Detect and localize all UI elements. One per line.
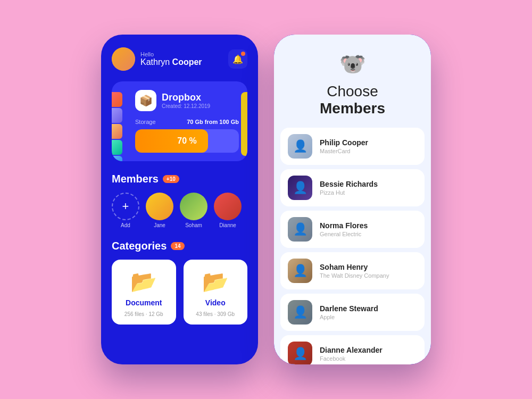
list-item-soham[interactable]: 👤 Soham Henry The Walt Disney Company [280,252,425,289]
category-video[interactable]: 📂 Video 43 files · 309 Gb [184,260,248,325]
dropbox-name: Dropbox [162,92,210,103]
members-badge: +10 [163,175,179,183]
member-name-dianne: Dianne [219,222,236,228]
member-avatar-dianne [214,193,242,220]
members-header: Members +10 [112,173,247,185]
add-member-button[interactable]: + [112,193,139,220]
member-avatar-soham [180,193,207,220]
card-avatar-1 [112,92,122,107]
avatar-darlene: 👤 [288,300,312,325]
member-avatar-jane [146,193,173,220]
dropbox-created: Created: 12.12.2019 [162,103,210,109]
avatar-bessie: 👤 [288,176,312,200]
avatar-philip: 👤 [288,134,312,159]
koala-icon: 🐨 [339,52,366,77]
info-darlene: Darlene Steward Apple [320,304,378,320]
name-darlene: Darlene Steward [320,304,378,313]
members-title: Members [112,173,159,185]
header-left: Hello Kathryn Cooper [112,47,202,71]
name-bessie: Bessie Richards [320,180,378,188]
categories-section: Categories 14 📂 Document 256 files · 12 … [112,240,247,325]
name-norma: Norma Flores [320,221,368,230]
list-item-dianne[interactable]: 👤 Dianne Alexander Facebook [280,335,425,364]
list-item-philip[interactable]: 👤 Philip Cooper MasterCard [280,128,425,165]
user-name-label: Kathryn Cooper [140,57,202,67]
document-folder-icon: 📂 [130,269,157,294]
company-darlene: Apple [320,314,378,320]
video-name: Video [205,298,226,307]
card-avatar-5 [112,156,122,161]
choose-members-list: 👤 Philip Cooper MasterCard 👤 Bessie Rich… [274,128,431,364]
list-item-darlene[interactable]: 👤 Darlene Steward Apple [280,294,425,331]
company-soham: The Walt Disney Company [320,272,389,279]
phone-right-inner: 🐨 Choose Members 👤 Philip Cooper MasterC… [274,35,431,364]
members-row: + Add Jane Soham Dianne Diane [112,193,247,228]
header: Hello Kathryn Cooper 🔔 [112,47,247,71]
choose-title: Choose Members [320,83,385,117]
company-bessie: Pizza Hut [320,189,378,196]
storage-label-row: Storage 70 Gb from 100 Gb [135,119,239,125]
phone-right: 🐨 Choose Members 👤 Philip Cooper MasterC… [274,35,431,364]
dropbox-card[interactable]: 24 📦 Dropbox Created: 12.12.2019 Storage… [112,81,247,161]
notification-dot [241,52,245,56]
categories-header: Categories 14 [112,240,247,252]
dropbox-info: Dropbox Created: 12.12.2019 [162,92,210,109]
phone-left: Hello Kathryn Cooper 🔔 [101,35,258,364]
avatar-dianne: 👤 [288,342,312,364]
dropbox-logo: 📦 [135,90,156,111]
phones-container: Hello Kathryn Cooper 🔔 [101,35,431,364]
info-norma: Norma Flores General Electric [320,221,368,237]
card-avatars: 24 [112,92,122,161]
name-philip: Philip Cooper [320,138,368,147]
list-item-norma[interactable]: 👤 Norma Flores General Electric [280,211,425,248]
progress-bar: 70 % [135,129,239,153]
storage-label: Storage [135,119,156,125]
categories-row: 📂 Document 256 files · 12 Gb 📂 Video 43 … [112,260,247,325]
info-dianne: Dianne Alexander Facebook [320,346,383,362]
dropbox-header: 📦 Dropbox Created: 12.12.2019 [135,90,239,111]
card-avatar-4 [112,140,122,155]
category-document[interactable]: 📂 Document 256 files · 12 Gb [112,260,176,325]
card-avatar-2 [112,108,122,123]
yellow-card-peek [241,92,247,156]
member-name-jane: Jane [154,222,165,228]
video-meta: 43 files · 309 Gb [196,311,235,317]
notification-button[interactable]: 🔔 [228,49,247,69]
progress-label: 70 % [177,136,196,146]
video-folder-icon: 📂 [202,269,229,294]
card-avatar-3 [112,124,122,139]
company-philip: MasterCard [320,148,368,154]
company-dianne: Facebook [320,355,383,362]
member-dianne[interactable]: Dianne [214,193,242,228]
hello-label: Hello [140,51,202,57]
member-name-soham: Soham [185,222,202,228]
progress-fill [135,129,208,153]
avatar-image [112,47,135,71]
member-soham[interactable]: Soham [180,193,207,228]
info-soham: Soham Henry The Walt Disney Company [320,263,389,279]
member-jane[interactable]: Jane [146,193,173,228]
name-dianne: Dianne Alexander [320,346,383,354]
document-meta: 256 files · 12 Gb [124,311,163,317]
greeting-text: Hello Kathryn Cooper [140,51,202,67]
company-norma: General Electric [320,231,368,237]
name-soham: Soham Henry [320,263,389,271]
add-label: Add [121,222,130,228]
document-name: Document [126,298,162,307]
info-bessie: Bessie Richards Pizza Hut [320,180,378,196]
avatar-norma: 👤 [288,217,312,242]
add-member-item[interactable]: + Add [112,193,139,228]
members-section: Members +10 + Add Jane Soham Dia [112,173,247,228]
user-avatar [112,47,135,71]
avatar-soham: 👤 [288,259,312,283]
categories-title: Categories [112,240,167,252]
categories-badge: 14 [171,242,184,250]
storage-value: 70 Gb from 100 Gb [187,119,239,125]
info-philip: Philip Cooper MasterCard [320,138,368,154]
choose-header: 🐨 Choose Members [274,35,431,128]
list-item-bessie[interactable]: 👤 Bessie Richards Pizza Hut [280,169,425,206]
